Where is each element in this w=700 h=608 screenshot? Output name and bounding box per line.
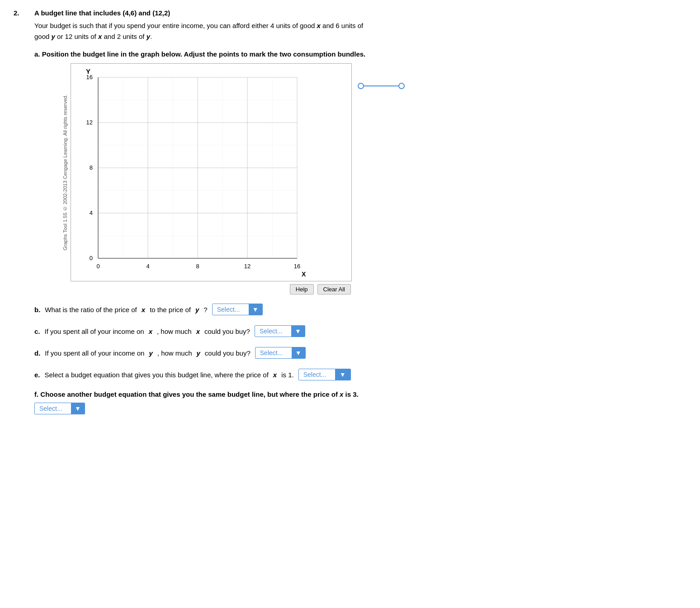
svg-text:8: 8 (90, 164, 93, 171)
graph-svg[interactable]: Y (71, 64, 351, 281)
svg-text:8: 8 (196, 263, 199, 270)
part-d-text-after: could you buy? (205, 349, 251, 357)
part-b-select-wrapper[interactable]: Select... ▼ (212, 304, 263, 315)
part-f-text-after: is 3. (343, 390, 358, 398)
desc-line2b: or 12 units of (55, 33, 98, 40)
svg-text:12: 12 (86, 119, 93, 126)
desc-line2d: . (150, 33, 152, 40)
clear-all-button[interactable]: Clear All (317, 284, 351, 294)
part-d-select-text: Select... (255, 347, 292, 358)
part-e-select-arrow[interactable]: ▼ (335, 369, 350, 380)
part-c-text-middle: , how much (157, 328, 192, 335)
part-e-text-before: Select a budget equation that gives you … (45, 371, 269, 379)
part-c-x: x (149, 328, 152, 335)
part-c-select-wrapper[interactable]: Select... ▼ (255, 325, 305, 337)
help-button[interactable]: Help (290, 284, 314, 294)
graph-buttons-row: Help Clear All (61, 284, 351, 294)
part-c-text-after: could you buy? (204, 328, 250, 335)
part-c-x2: x (196, 328, 200, 335)
part-d-y: y (149, 349, 152, 357)
part-f-select-text: Select... (35, 403, 71, 414)
copyright-label: Graphs Tool 1.55 © 2002-2013 Cengage Lea… (61, 93, 69, 252)
title-text: A budget line that includes (4,6) and (1… (34, 9, 170, 17)
part-f-select-wrapper[interactable]: Select... ▼ (34, 403, 85, 414)
svg-text:0: 0 (90, 255, 93, 261)
slider-area[interactable] (352, 63, 406, 281)
part-b-x: x (142, 306, 145, 314)
desc-line1a: Your budget is such that if you spend yo… (34, 22, 317, 29)
desc-line2a: good (34, 33, 52, 40)
part-d-text-middle: , how much (157, 349, 192, 357)
part-f-select-row: Select... ▼ (34, 403, 686, 414)
part-e-row: e. Select a budget equation that gives y… (34, 369, 686, 380)
part-d-select-wrapper[interactable]: Select... ▼ (255, 347, 306, 359)
desc-line2c: and 2 units of (102, 33, 146, 40)
part-d-text-before: If you spent all of your income on (45, 349, 144, 357)
part-f-row: f. Choose another budget equation that g… (34, 390, 686, 414)
svg-text:16: 16 (294, 263, 300, 270)
part-d-label: d. (34, 349, 40, 357)
part-b-select-text: Select... (213, 304, 249, 315)
part-f-label: f. (34, 390, 38, 398)
part-f-select-arrow[interactable]: ▼ (71, 403, 85, 414)
part-e-label: e. (34, 371, 40, 379)
svg-text:12: 12 (244, 263, 251, 270)
svg-text:16: 16 (86, 74, 93, 81)
slider-handle-left[interactable] (358, 83, 364, 89)
graph-container: Graphs Tool 1.55 © 2002-2013 Cengage Lea… (61, 63, 406, 281)
desc-line1b: and 6 units of (321, 22, 363, 29)
desc-y: y (52, 33, 55, 40)
part-b-text-after: ? (203, 306, 207, 314)
question-title: A budget line that includes (4,6) and (1… (34, 9, 686, 17)
part-b-label: b. (34, 306, 40, 314)
svg-text:4: 4 (146, 263, 149, 270)
part-d-row: d. If you spent all of your income on y,… (34, 347, 686, 359)
svg-text:0: 0 (96, 263, 99, 270)
part-a-label: a. Position the budget line in the graph… (34, 50, 686, 58)
part-c-label: c. (34, 328, 40, 335)
part-c-text-before: If you spent all of your income on (45, 328, 144, 335)
part-e-x: x (273, 371, 277, 379)
part-f-text-main: Choose another budget equation that give… (40, 390, 340, 398)
part-b-select-arrow[interactable]: ▼ (249, 304, 262, 315)
graph-area: Graphs Tool 1.55 © 2002-2013 Cengage Lea… (61, 63, 686, 294)
part-d-select-arrow[interactable]: ▼ (292, 347, 305, 358)
svg-text:4: 4 (90, 209, 93, 216)
part-b-text-before: What is the ratio of the price of (45, 306, 137, 314)
part-f-text: f. Choose another budget equation that g… (34, 390, 686, 398)
desc-x1: x (317, 22, 321, 29)
part-b-text-middle: to the price of (150, 306, 191, 314)
desc-y2: y (147, 33, 150, 40)
part-b-y: y (195, 306, 199, 314)
part-e-select-wrapper[interactable]: Select... ▼ (298, 369, 351, 380)
x-axis-label: X (302, 271, 306, 278)
question-number: 2. (14, 9, 27, 422)
part-c-row: c. If you spent all of your income on x,… (34, 325, 686, 337)
graph-inner[interactable]: Y (71, 63, 352, 281)
slider-handle-right[interactable] (398, 83, 405, 89)
part-e-text-after: is 1. (281, 371, 294, 379)
part-e-select-text: Select... (299, 369, 335, 380)
part-d-y2: y (197, 349, 200, 357)
slider-widget[interactable] (361, 81, 406, 90)
question-description: Your budget is such that if you spend yo… (34, 20, 686, 42)
slider-track[interactable] (361, 86, 402, 86)
part-b-row: b. What is the ratio of the price of x t… (34, 304, 686, 315)
part-c-select-text: Select... (255, 326, 291, 337)
part-c-select-arrow[interactable]: ▼ (291, 326, 305, 337)
